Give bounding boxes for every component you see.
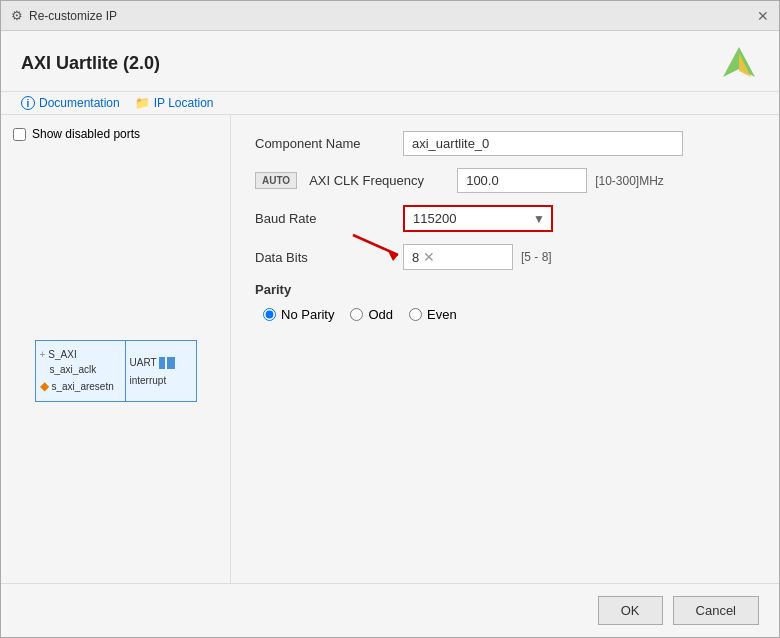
ip-block: + S_AXI s_axi_aclk ◆ s_axi_aresetn xyxy=(35,340,197,402)
info-icon: i xyxy=(21,96,35,110)
axi-clk-freq-label: AXI CLK Frequency xyxy=(309,173,449,188)
clear-icon[interactable]: ✕ xyxy=(423,249,435,265)
parity-odd-option[interactable]: Odd xyxy=(350,307,393,322)
parity-radio-group: No Parity Odd Even xyxy=(255,307,755,322)
ip-location-label: IP Location xyxy=(154,96,214,110)
nav-bar: i Documentation 📁 IP Location xyxy=(1,92,779,115)
window-icon: ⚙ xyxy=(11,8,23,23)
parity-even-label: Even xyxy=(427,307,457,322)
component-name-input[interactable] xyxy=(403,131,683,156)
main-window: ⚙ Re-customize IP ✕ AXI Uartlite (2.0) i… xyxy=(0,0,780,638)
parity-no-parity-radio[interactable] xyxy=(263,308,276,321)
axi-clk-freq-range: [10-300]MHz xyxy=(595,174,664,188)
parity-section: Parity No Parity Odd Even xyxy=(255,282,755,322)
parity-odd-radio[interactable] xyxy=(350,308,363,321)
parity-even-radio[interactable] xyxy=(409,308,422,321)
show-disabled-ports-row: Show disabled ports xyxy=(13,127,218,141)
port-s-axi-aresetn-label: s_axi_aresetn xyxy=(52,381,114,392)
port-uart: UART xyxy=(130,357,192,369)
parity-no-parity-option[interactable]: No Parity xyxy=(263,307,334,322)
content-area: Show disabled ports + S_AXI s_axi_aclk xyxy=(1,115,779,583)
app-logo xyxy=(719,43,759,83)
baud-field-container: 9600 19200 38400 57600 115200 230400 ▼ xyxy=(403,205,553,232)
show-disabled-ports-checkbox[interactable] xyxy=(13,128,26,141)
app-header: AXI Uartlite (2.0) xyxy=(1,31,779,92)
port-interrupt-label: interrupt xyxy=(130,375,167,386)
location-icon: 📁 xyxy=(136,96,150,110)
port-s-axi-aclk-label: s_axi_aclk xyxy=(40,364,97,375)
port-s-axi-aresetn: ◆ s_axi_aresetn xyxy=(40,379,121,393)
data-bits-range: [5 - 8] xyxy=(521,250,552,264)
component-name-label: Component Name xyxy=(255,136,395,151)
port-s-axi-label: S_AXI xyxy=(48,349,76,360)
plus-icon: + xyxy=(40,349,46,360)
axi-clk-freq-input[interactable] xyxy=(457,168,587,193)
cancel-button[interactable]: Cancel xyxy=(673,596,759,625)
documentation-link[interactable]: i Documentation xyxy=(21,96,120,110)
ports-right: UART interrupt xyxy=(126,341,196,401)
parity-odd-label: Odd xyxy=(368,307,393,322)
port-interrupt: interrupt xyxy=(130,375,192,386)
data-bits-row: Data Bits 8 ✕ [5 - 8] xyxy=(255,244,755,270)
show-disabled-ports-label: Show disabled ports xyxy=(32,127,140,141)
auto-badge: AUTO xyxy=(255,172,297,189)
data-bits-label: Data Bits xyxy=(255,250,395,265)
ip-location-link[interactable]: 📁 IP Location xyxy=(136,96,214,110)
baud-rate-select[interactable]: 9600 19200 38400 57600 115200 230400 xyxy=(403,205,553,232)
port-uart-label: UART xyxy=(130,357,157,368)
app-title: AXI Uartlite (2.0) xyxy=(21,53,160,74)
axi-clk-freq-row: AUTO AXI CLK Frequency [10-300]MHz xyxy=(255,168,755,193)
sidebar: Show disabled ports + S_AXI s_axi_aclk xyxy=(1,115,231,583)
block-diagram: + S_AXI s_axi_aclk ◆ s_axi_aresetn xyxy=(13,171,218,571)
parity-no-parity-label: No Parity xyxy=(281,307,334,322)
port-bar2-icon xyxy=(167,357,175,369)
data-bits-box: 8 ✕ xyxy=(403,244,513,270)
close-button[interactable]: ✕ xyxy=(757,8,769,24)
baud-rate-label: Baud Rate xyxy=(255,211,395,226)
port-s-axi: + S_AXI xyxy=(40,349,121,360)
ok-button[interactable]: OK xyxy=(598,596,663,625)
parity-even-option[interactable]: Even xyxy=(409,307,457,322)
port-bar-icon xyxy=(159,357,165,369)
port-dot-icon: ◆ xyxy=(40,379,49,393)
title-bar-left: ⚙ Re-customize IP xyxy=(11,8,117,23)
main-panel: Component Name AUTO AXI CLK Frequency [1… xyxy=(231,115,779,583)
port-s-axi-aclk: s_axi_aclk xyxy=(40,364,121,375)
data-bits-value: 8 xyxy=(412,250,419,265)
documentation-label: Documentation xyxy=(39,96,120,110)
footer: OK Cancel xyxy=(1,583,779,637)
component-name-row: Component Name xyxy=(255,131,755,156)
ports-left: + S_AXI s_axi_aclk ◆ s_axi_aresetn xyxy=(36,341,126,401)
baud-select-wrapper: 9600 19200 38400 57600 115200 230400 ▼ xyxy=(403,205,553,232)
baud-rate-row: Baud Rate 9600 19200 38400 57600 11520 xyxy=(255,205,755,232)
window-title: Re-customize IP xyxy=(29,9,117,23)
title-bar: ⚙ Re-customize IP ✕ xyxy=(1,1,779,31)
parity-title: Parity xyxy=(255,282,755,297)
